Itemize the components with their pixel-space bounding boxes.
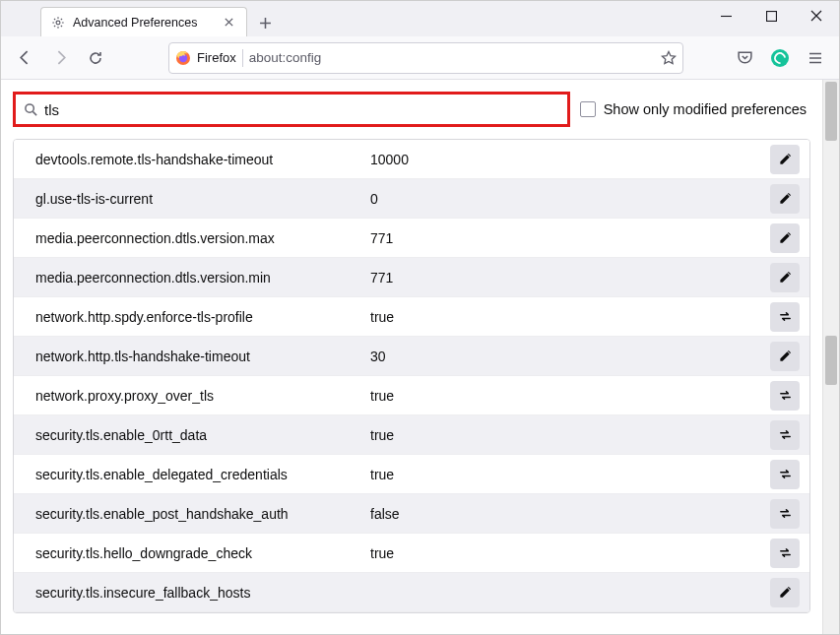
reload-button[interactable]	[80, 42, 111, 74]
swap-icon	[778, 309, 793, 324]
toggle-button[interactable]	[770, 381, 800, 411]
pencil-icon	[778, 191, 793, 206]
url-bar[interactable]: Firefox about:config	[168, 42, 683, 74]
pref-name: network.http.spdy.enforce-tls-profile	[35, 309, 370, 325]
checkbox-label: Show only modified preferences	[604, 101, 807, 117]
pref-value: 771	[370, 270, 770, 286]
swap-icon	[778, 427, 793, 442]
pref-name: security.tls.enable_post_handshake_auth	[35, 506, 370, 522]
pref-row: security.tls.enable_delegated_credential…	[14, 455, 809, 494]
pref-row: media.peerconnection.dtls.version.max771	[14, 219, 809, 258]
grammarly-icon	[771, 49, 789, 67]
gear-icon	[51, 16, 65, 30]
config-search-input[interactable]	[44, 101, 559, 118]
titlebar: Advanced Preferences	[1, 1, 839, 36]
maximize-button[interactable]	[748, 1, 794, 31]
pencil-icon	[778, 230, 793, 245]
nav-toolbar: Firefox about:config	[1, 36, 839, 80]
preferences-table: devtools.remote.tls-handshake-timeout100…	[13, 139, 810, 613]
pref-value: true	[370, 388, 770, 404]
svg-point-0	[56, 21, 60, 25]
pref-row: security.tls.enable_0rtt_datatrue	[14, 415, 809, 455]
swap-icon	[778, 545, 793, 560]
pref-name: security.tls.insecure_fallback_hosts	[35, 585, 370, 601]
pref-value: 10000	[370, 152, 770, 167]
pref-value: true	[370, 427, 770, 443]
pref-row: network.http.spdy.enforce-tls-profiletru…	[14, 297, 809, 337]
pref-value: 771	[370, 230, 770, 246]
pref-row: network.http.tls-handshake-timeout30	[14, 337, 809, 376]
toggle-button[interactable]	[770, 460, 800, 489]
forward-button[interactable]	[44, 42, 76, 74]
pocket-button[interactable]	[729, 42, 760, 74]
toggle-button[interactable]	[770, 499, 800, 529]
pref-name: media.peerconnection.dtls.version.max	[35, 230, 370, 246]
pref-row: security.tls.enable_post_handshake_authf…	[14, 494, 809, 534]
edit-button[interactable]	[770, 223, 800, 253]
show-modified-filter[interactable]: Show only modified preferences	[580, 101, 810, 117]
pref-value: 30	[370, 349, 770, 364]
checkbox[interactable]	[580, 101, 596, 117]
toggle-button[interactable]	[770, 420, 800, 450]
close-window-button[interactable]	[794, 1, 839, 31]
back-button[interactable]	[9, 42, 40, 74]
swap-icon	[778, 388, 793, 403]
new-tab-button[interactable]	[251, 9, 279, 36]
pencil-icon	[778, 585, 793, 600]
vertical-scrollbar[interactable]	[822, 80, 839, 634]
pref-row: devtools.remote.tls-handshake-timeout100…	[14, 140, 809, 179]
pref-name: security.tls.enable_0rtt_data	[35, 427, 370, 443]
pref-name: gl.use-tls-is-current	[35, 191, 370, 207]
pref-name: security.tls.enable_delegated_credential…	[35, 467, 370, 482]
pencil-icon	[778, 270, 793, 285]
scrollbar-thumb[interactable]	[825, 82, 837, 141]
edit-button[interactable]	[770, 263, 800, 292]
pref-name: security.tls.hello_downgrade_check	[35, 545, 370, 561]
content-area: Show only modified preferences devtools.…	[1, 80, 839, 634]
pref-value: false	[370, 506, 770, 522]
browser-tab[interactable]: Advanced Preferences	[40, 7, 247, 36]
firefox-icon	[175, 50, 191, 66]
pref-value: 0	[370, 191, 770, 207]
svg-rect-1	[766, 11, 776, 21]
edit-button[interactable]	[770, 145, 800, 174]
pref-row: network.proxy.proxy_over_tlstrue	[14, 376, 809, 415]
scrollbar-thumb[interactable]	[825, 336, 837, 385]
pencil-icon	[778, 152, 793, 166]
pref-row: security.tls.insecure_fallback_hosts	[14, 573, 809, 612]
pencil-icon	[778, 349, 793, 363]
toggle-button[interactable]	[770, 539, 800, 568]
window-controls	[703, 1, 839, 31]
pref-row: security.tls.hello_downgrade_checktrue	[14, 534, 809, 573]
app-menu-button[interactable]	[800, 42, 831, 74]
pref-row: gl.use-tls-is-current0	[14, 179, 809, 219]
pref-name: media.peerconnection.dtls.version.min	[35, 270, 370, 286]
bookmark-star-icon[interactable]	[661, 50, 677, 66]
pref-value: true	[370, 467, 770, 482]
pref-name: network.proxy.proxy_over_tls	[35, 388, 370, 404]
tab-title: Advanced Preferences	[73, 16, 213, 30]
edit-button[interactable]	[770, 184, 800, 214]
search-icon	[24, 102, 38, 117]
config-search-box[interactable]	[13, 92, 570, 127]
swap-icon	[778, 506, 793, 521]
toggle-button[interactable]	[770, 302, 800, 332]
extension-button[interactable]	[764, 42, 796, 74]
pref-value: true	[370, 309, 770, 325]
pref-value: true	[370, 545, 770, 561]
url-text: about:config	[249, 50, 655, 65]
swap-icon	[778, 467, 793, 481]
edit-button[interactable]	[770, 342, 800, 371]
pref-name: network.http.tls-handshake-timeout	[35, 349, 370, 364]
close-tab-button[interactable]	[221, 15, 236, 31]
minimize-button[interactable]	[703, 1, 748, 31]
pref-row: media.peerconnection.dtls.version.min771	[14, 258, 809, 297]
edit-button[interactable]	[770, 578, 800, 607]
pref-name: devtools.remote.tls-handshake-timeout	[35, 152, 370, 167]
separator	[242, 49, 243, 67]
identity-label: Firefox	[197, 50, 236, 65]
svg-point-4	[26, 103, 33, 111]
